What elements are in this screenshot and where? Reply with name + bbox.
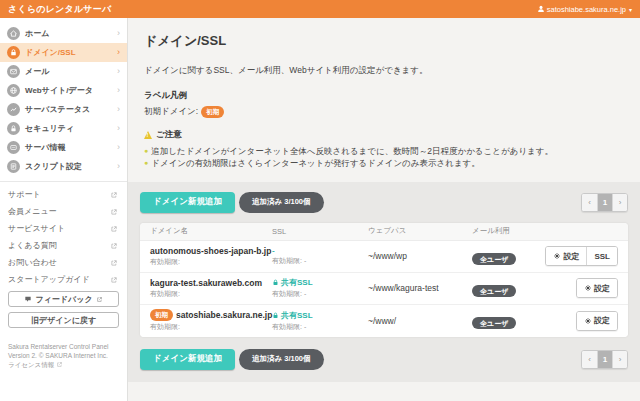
sidebar-item-server-status[interactable]: サーバステータス › <box>0 100 127 119</box>
warning-icon <box>144 131 152 139</box>
mail-usage-badge: 全ユーザ <box>472 317 516 329</box>
ssl-status: 共有SSL <box>281 277 313 288</box>
toolbar-bottom: ドメイン新規追加 追加済み 3/100個 ‹ 1 › <box>140 349 628 370</box>
col-header-webpath: ウェブパス <box>368 226 472 236</box>
sidebar-item-website-data[interactable]: Webサイト/データ › <box>0 81 127 100</box>
notice-title: ご注意 <box>156 129 182 141</box>
sidebar-item-home[interactable]: ホーム › <box>0 24 127 43</box>
domain-name: satoshiabe.sakura.ne.jp <box>176 310 272 320</box>
add-domain-button[interactable]: ドメイン新規追加 <box>140 349 235 370</box>
domain-expiry: 有効期限: <box>150 322 272 332</box>
home-icon <box>7 27 20 40</box>
ssl-lock-icon <box>272 279 279 286</box>
page-number-button[interactable]: 1 <box>597 351 612 368</box>
sidebar-item-label: メール <box>25 66 117 77</box>
domain-expiry: 有効期限: <box>150 289 272 299</box>
mail-usage-badge: 全ユーザ <box>472 285 516 297</box>
external-link-icon <box>110 276 118 284</box>
feedback-button[interactable]: フィードバック <box>8 291 119 307</box>
sidebar-item-mail[interactable]: メール › <box>0 62 127 81</box>
sidebar-link-support[interactable]: サポート <box>0 186 127 203</box>
table-header-row: ドメイン名 SSL ウェブパス メール利用 <box>140 223 628 241</box>
app-title: さくらのレンタルサーバ <box>8 3 111 16</box>
page-prev-button[interactable]: ‹ <box>582 194 597 211</box>
settings-button[interactable]: 設定 <box>546 247 586 265</box>
ssl-status: 共有SSL <box>281 310 313 321</box>
sidebar-link-contact[interactable]: お問い合わせ <box>0 254 127 271</box>
domain-count-badge: 追加済み 3/100個 <box>239 349 324 370</box>
page-next-button[interactable]: › <box>612 194 627 211</box>
row-actions: 設定 SSL <box>545 246 618 266</box>
pagination-bottom: ‹ 1 › <box>581 350 628 369</box>
main-content: ドメイン/SSL ドメインに関するSSL、メール利用、Webサイト利用の設定がで… <box>128 18 640 401</box>
ssl-cell: 共有SSL 有効期限: - <box>272 277 368 299</box>
settings-label: 設定 <box>563 251 579 262</box>
ssl-button[interactable]: SSL <box>586 247 617 265</box>
external-link-icon <box>110 208 118 216</box>
ssl-button-label: SSL <box>594 252 610 261</box>
sidebar-item-server-info[interactable]: サーバ情報 › <box>0 138 127 157</box>
sidebar-item-domain-ssl[interactable]: ドメイン/SSL › <box>0 43 127 62</box>
chevron-down-icon: ▾ <box>629 6 632 13</box>
sidebar-link-member-menu[interactable]: 会員メニュー <box>0 203 127 220</box>
page-next-button[interactable]: › <box>612 351 627 368</box>
page-description: ドメインに関するSSL、メール利用、Webサイト利用の設定ができます。 <box>144 65 626 77</box>
mail-cell: 全ユーザ <box>472 312 534 330</box>
license-link[interactable]: ライセンス情報 <box>8 360 119 369</box>
chevron-right-icon: › <box>117 67 120 76</box>
sidebar: ホーム › ドメイン/SSL › メール › <box>0 18 128 401</box>
sidebar-link-faq[interactable]: よくある質問 <box>0 237 127 254</box>
chevron-right-icon: › <box>117 124 120 133</box>
chart-icon <box>7 103 20 116</box>
gear-icon <box>584 284 592 292</box>
sidebar-link-startup-guide[interactable]: スタートアップガイド <box>0 271 127 288</box>
page-prev-button[interactable]: ‹ <box>582 351 597 368</box>
server-info-icon <box>7 141 20 154</box>
ssl-lock-icon <box>272 312 279 319</box>
domain-list-section: ドメイン新規追加 追加済み 3/100個 ‹ 1 › ドメイン名 SSL ウェブ… <box>128 182 640 382</box>
script-icon <box>7 160 20 173</box>
notice-item: 追加したドメインがインターネット全体へ反映されるまでに、数時間～2日程度かかるこ… <box>144 145 626 157</box>
sidebar-item-label: Webサイト/データ <box>25 85 117 96</box>
link-label: よくある質問 <box>8 240 110 251</box>
table-row: 初期 satoshiabe.sakura.ne.jp 有効期限: 共有SSL 有… <box>140 305 628 337</box>
link-label: 会員メニュー <box>8 206 110 217</box>
page-number-button[interactable]: 1 <box>597 194 612 211</box>
account-menu[interactable]: satoshiabe.sakura.ne.jp ▾ <box>537 5 632 14</box>
control-panel-screen: さくらのレンタルサーバ satoshiabe.sakura.ne.jp ▾ ホー… <box>0 0 640 401</box>
webpath-cell: ~/www/ <box>368 316 472 326</box>
settings-button[interactable]: 設定 <box>577 279 617 297</box>
mail-icon <box>7 65 20 78</box>
chevron-right-icon: › <box>117 86 120 95</box>
external-link-icon <box>110 242 118 250</box>
ssl-expiry: 有効期限: - <box>272 322 368 332</box>
ssl-status: - <box>272 246 275 255</box>
settings-button[interactable]: 設定 <box>577 312 617 330</box>
feedback-label: フィードバック <box>35 294 92 305</box>
add-domain-button[interactable]: ドメイン新規追加 <box>140 192 235 213</box>
mail-usage-badge: 全ユーザ <box>472 253 516 265</box>
lock-icon <box>7 122 20 135</box>
sidebar-item-security[interactable]: セキュリティ › <box>0 119 127 138</box>
legacy-design-label: 旧デザインに戻す <box>31 315 96 326</box>
legend-row: 初期ドメイン: 初期 <box>144 106 626 118</box>
sidebar-item-script-settings[interactable]: スクリプト設定 › <box>0 157 127 176</box>
domain-expiry: 有効期限: <box>150 257 272 267</box>
settings-label: 設定 <box>594 283 610 294</box>
domain-name: kagura-test.sakuraweb.com <box>150 278 262 288</box>
mail-cell: 全ユーザ <box>472 247 534 265</box>
ssl-expiry: 有効期限: - <box>272 289 368 299</box>
row-actions: 設定 <box>576 311 618 331</box>
license-label: ライセンス情報 <box>8 360 54 369</box>
link-label: サポート <box>8 189 110 200</box>
sidebar-link-service-site[interactable]: サービスサイト <box>0 220 127 237</box>
col-header-mail: メール利用 <box>472 226 534 236</box>
sidebar-menu: ホーム › ドメイン/SSL › メール › <box>0 18 127 176</box>
user-icon <box>537 5 545 13</box>
legend-title: ラベル凡例 <box>144 90 626 102</box>
legacy-design-button[interactable]: 旧デザインに戻す <box>8 312 119 328</box>
sidebar-item-label: ドメイン/SSL <box>25 47 117 58</box>
globe-icon <box>7 84 20 97</box>
table-row: autonomous-shoes-japan-b.jp 有効期限: - 有効期限… <box>140 241 628 273</box>
ssl-cell: 共有SSL 有効期限: - <box>272 310 368 332</box>
